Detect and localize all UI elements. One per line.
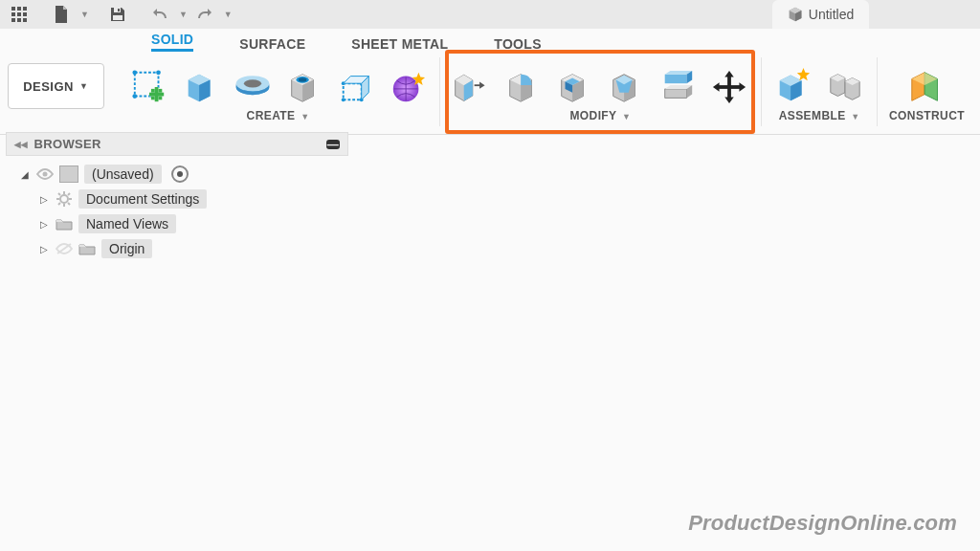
- svg-rect-3: [11, 12, 15, 16]
- browser-panel: ◂◂ BROWSER — ◢ (Unsaved) ▷ Document Sett…: [6, 132, 348, 267]
- browser-collapse-icon[interactable]: ◂◂: [14, 137, 29, 151]
- panel-label-modify[interactable]: MODIFY ▼: [569, 109, 631, 122]
- gear-icon: [56, 190, 73, 208]
- browser-title: BROWSER: [34, 137, 101, 151]
- browser-header[interactable]: ◂◂ BROWSER —: [6, 132, 348, 156]
- svg-line-42: [58, 203, 60, 205]
- svg-rect-32: [719, 85, 741, 89]
- svg-point-24: [298, 77, 306, 81]
- panel-label-assemble[interactable]: ASSEMBLE ▼: [779, 109, 860, 122]
- undo-history-caret-icon[interactable]: ▼: [179, 10, 188, 19]
- expander-closed-icon[interactable]: ▷: [38, 194, 50, 205]
- file-icon[interactable]: [48, 3, 75, 26]
- browser-minimize-icon[interactable]: —: [326, 140, 340, 149]
- construct-plane-icon[interactable]: [907, 67, 947, 107]
- quick-access-toolbar: ▼ ▼ ▼ Untitled: [0, 0, 980, 29]
- file-menu-caret-icon[interactable]: ▼: [80, 10, 89, 19]
- cube-icon: [788, 7, 803, 22]
- new-component-icon[interactable]: [773, 67, 813, 107]
- svg-rect-2: [23, 7, 27, 11]
- split-body-icon[interactable]: [657, 67, 698, 107]
- panel-assemble: ASSEMBLE ▼: [766, 54, 873, 130]
- tree-item-label: Origin: [101, 239, 152, 258]
- svg-point-22: [243, 79, 260, 87]
- ribbon-row: DESIGN ▼: [8, 54, 972, 130]
- document-title: Untitled: [809, 7, 854, 22]
- document-tab[interactable]: Untitled: [772, 0, 869, 29]
- tab-tools[interactable]: TOOLS: [494, 36, 541, 52]
- tree-row[interactable]: ▷ Document Settings: [10, 187, 345, 211]
- expander-closed-icon[interactable]: ▷: [38, 219, 50, 230]
- tree-item-label: Named Views: [78, 214, 176, 233]
- visibility-icon[interactable]: [36, 168, 54, 180]
- workspace-label: DESIGN: [23, 79, 74, 94]
- caret-down-icon: ▼: [79, 81, 88, 91]
- component-icon: [59, 165, 78, 183]
- folder-icon: [78, 242, 96, 255]
- save-icon[interactable]: [104, 3, 131, 26]
- move-icon[interactable]: [709, 67, 749, 107]
- svg-line-40: [68, 203, 70, 205]
- joint-icon[interactable]: [825, 67, 865, 107]
- svg-point-14: [156, 70, 161, 75]
- box-icon[interactable]: [336, 67, 376, 107]
- tab-sheet-metal[interactable]: SHEET METAL: [351, 36, 448, 52]
- svg-rect-11: [113, 15, 122, 20]
- tree-root-row[interactable]: ◢ (Unsaved): [10, 162, 345, 187]
- folder-icon: [56, 217, 73, 231]
- panel-modify: MODIFY ▼: [443, 54, 757, 130]
- svg-rect-1: [17, 7, 21, 11]
- draft-icon[interactable]: [606, 67, 646, 107]
- redo-history-caret-icon[interactable]: ▼: [224, 10, 233, 19]
- expander-closed-icon[interactable]: ▷: [38, 244, 50, 254]
- svg-rect-8: [23, 18, 27, 22]
- fillet-icon[interactable]: [502, 67, 543, 107]
- svg-rect-10: [118, 9, 120, 11]
- root-name: (Unsaved): [84, 165, 162, 184]
- panel-label-construct[interactable]: CONSTRUCT: [889, 109, 965, 122]
- svg-line-39: [58, 193, 60, 195]
- tree-row[interactable]: ▷ Named Views: [10, 211, 345, 236]
- svg-point-34: [60, 195, 68, 203]
- ribbon: SOLID SURFACE SHEET METAL TOOLS DESIGN ▼: [0, 29, 980, 135]
- tree-item-label: Document Settings: [78, 189, 207, 209]
- panel-create: CREATE ▼: [122, 54, 435, 130]
- revolve-icon[interactable]: [233, 67, 273, 107]
- svg-rect-5: [23, 12, 27, 16]
- visibility-off-icon[interactable]: [56, 243, 73, 254]
- workspace-dropdown[interactable]: DESIGN ▼: [8, 63, 104, 109]
- panel-label-create[interactable]: CREATE ▼: [247, 109, 310, 122]
- tab-surface[interactable]: SURFACE: [239, 36, 305, 52]
- svg-point-28: [341, 98, 345, 101]
- hole-icon[interactable]: [284, 67, 324, 107]
- sketch-icon[interactable]: [129, 67, 169, 107]
- svg-rect-21: [149, 93, 164, 97]
- environment-tabs: SOLID SURFACE SHEET METAL TOOLS: [8, 31, 972, 52]
- shell-icon[interactable]: [554, 67, 594, 107]
- watermark: ProductDesignOnline.com: [688, 511, 957, 536]
- activate-radio-icon[interactable]: [171, 165, 189, 183]
- expander-open-icon[interactable]: ◢: [19, 169, 31, 180]
- svg-rect-0: [11, 7, 15, 11]
- svg-rect-6: [11, 18, 15, 22]
- apps-grid-icon[interactable]: [6, 3, 33, 26]
- svg-point-33: [43, 172, 48, 177]
- svg-rect-25: [343, 83, 361, 99]
- svg-line-41: [68, 193, 70, 195]
- press-pull-icon[interactable]: [451, 67, 491, 107]
- svg-point-15: [132, 94, 137, 99]
- tree-row[interactable]: ▷ Origin: [10, 236, 345, 261]
- panel-construct: CONSTRUCT: [881, 54, 972, 130]
- svg-rect-7: [17, 18, 21, 22]
- redo-icon[interactable]: [191, 3, 218, 26]
- svg-point-13: [132, 70, 137, 75]
- svg-rect-4: [17, 12, 21, 16]
- tab-solid[interactable]: SOLID: [151, 32, 193, 52]
- undo-icon[interactable]: [146, 3, 173, 26]
- form-icon[interactable]: [388, 67, 428, 107]
- extrude-icon[interactable]: [181, 67, 221, 107]
